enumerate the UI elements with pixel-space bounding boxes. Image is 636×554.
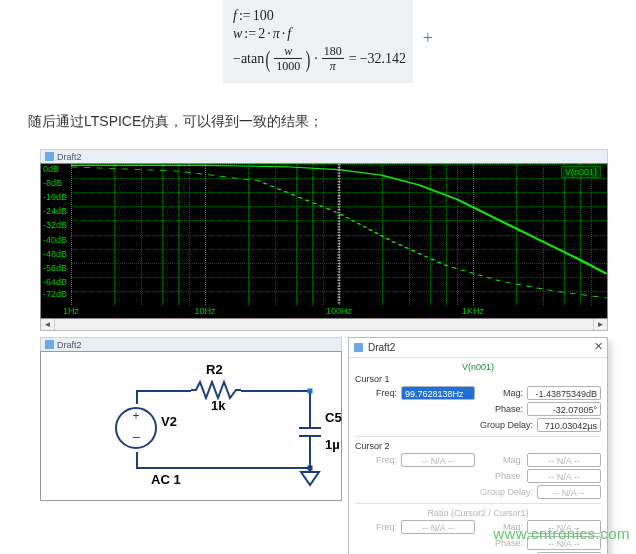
ratio-freq-value: -- N/A -- — [401, 520, 475, 534]
watermark-text: www.cntronics.com — [493, 525, 630, 542]
cursor-dialog: Draft2 ✕ V(n001) Cursor 1 Freq: 99.76281… — [348, 337, 608, 554]
capacitor-value[interactable]: 1µ — [325, 437, 340, 452]
plot-x-axis: 1Hz 10Hz 100Hz 1KHz — [71, 306, 607, 318]
vsource-label[interactable]: V2 — [161, 414, 177, 429]
resistor-value[interactable]: 1k — [211, 398, 225, 413]
resistor-label[interactable]: R2 — [206, 362, 223, 377]
math-equation-block: + f := 100 w := 2 · π · f − atan ( w 100… — [223, 0, 413, 83]
dialog-titlebar[interactable]: Draft2 ✕ — [349, 338, 607, 358]
cursor1-row: Phase: -32.07005° — [355, 402, 601, 416]
cursor1-row: Group Delay: 710.03042µs — [355, 418, 601, 432]
voltage-source-symbol[interactable]: + − — [114, 404, 158, 452]
scroll-track[interactable] — [55, 319, 593, 330]
group-delay-label: Group Delay: — [475, 420, 537, 430]
plot-window-title: Draft2 — [57, 152, 82, 162]
schematic-window: Draft2 + − — [40, 337, 342, 554]
cursor2-row: Phase: -- N/A -- — [355, 469, 601, 483]
svg-rect-10 — [354, 343, 363, 352]
cursor2-gd-value[interactable]: -- N/A -- — [537, 485, 601, 499]
math-line-2: w := 2 · π · f — [233, 26, 403, 42]
plot-grid-area — [71, 164, 607, 305]
dialog-title-text: Draft2 — [368, 342, 395, 353]
cursor2-row: Group Delay: -- N/A -- — [355, 485, 601, 499]
cursor2-freq-input[interactable]: -- N/A -- — [401, 453, 475, 467]
node-marker — [308, 466, 313, 471]
dialog-icon — [353, 342, 364, 353]
divider — [355, 436, 601, 437]
svg-text:−: − — [132, 429, 140, 445]
cursor2-mag-value[interactable]: -- N/A -- — [527, 453, 601, 467]
freq-label: Freq: — [355, 388, 401, 398]
cursor2-row: Freq: -- N/A -- Mag: -- N/A -- — [355, 453, 601, 467]
cursor1-row: Freq: 99.7628138Hz Mag: -1.43875349dB — [355, 386, 601, 400]
scroll-right-icon[interactable]: ► — [593, 319, 607, 330]
capacitor-label[interactable]: C5 — [325, 410, 342, 425]
cursor2-section-label: Cursor 2 — [355, 441, 601, 451]
cursor1-phase-value[interactable]: -32.07005° — [527, 402, 601, 416]
scroll-left-icon[interactable]: ◄ — [41, 319, 55, 330]
plot-window-icon — [45, 152, 54, 161]
cursor1-mag-value[interactable]: -1.43875349dB — [527, 386, 601, 400]
body-paragraph: 随后通过LTSPICE仿真，可以得到一致的结果； — [28, 113, 636, 131]
plot-trace-label[interactable]: V(n001) — [561, 166, 601, 178]
plot-titlebar[interactable]: Draft2 — [40, 149, 608, 163]
plot-horizontal-scrollbar[interactable]: ◄ ► — [40, 319, 608, 331]
cursor1-gd-value[interactable]: 710.03042µs — [537, 418, 601, 432]
math-cursor-icon: + — [423, 28, 433, 49]
node-marker — [308, 389, 313, 394]
math-line-3: − atan ( w 1000 ) · 180 π = −32.142 — [233, 44, 403, 73]
svg-marker-9 — [301, 472, 319, 485]
plot-y-axis: 0dB -8dB -16dB -24dB -32dB -40dB -48dB -… — [43, 164, 71, 305]
cursor2-phase-value[interactable]: -- N/A -- — [527, 469, 601, 483]
dialog-signal-name: V(n001) — [355, 362, 601, 372]
divider — [355, 503, 601, 504]
capacitor-symbol[interactable] — [297, 418, 323, 450]
plot-canvas[interactable]: 0dB -8dB -16dB -24dB -32dB -40dB -48dB -… — [40, 163, 608, 319]
schematic-canvas[interactable]: + − R2 1k C5 — [40, 351, 342, 501]
ratio-section-label: Ratio (Cursor2 / Cursor1) — [355, 508, 601, 518]
mag-label: Mag: — [475, 388, 527, 398]
phase-label: Phase: — [475, 404, 527, 414]
bode-plot-window: Draft2 0dB -8dB -16dB -24dB -32dB -40dB … — [40, 149, 608, 331]
ac-directive[interactable]: AC 1 — [151, 472, 181, 487]
schematic-titlebar[interactable]: Draft2 — [40, 337, 342, 351]
close-icon[interactable]: ✕ — [594, 340, 603, 353]
svg-text:+: + — [132, 409, 139, 423]
cursor1-section-label: Cursor 1 — [355, 374, 601, 384]
resistor-symbol[interactable] — [191, 380, 241, 400]
cursor1-freq-input[interactable]: 99.7628138Hz — [401, 386, 475, 400]
math-line-1: f := 100 — [233, 8, 403, 24]
plot-traces — [71, 164, 607, 305]
schematic-window-icon — [45, 340, 54, 349]
schematic-window-title: Draft2 — [57, 340, 82, 350]
